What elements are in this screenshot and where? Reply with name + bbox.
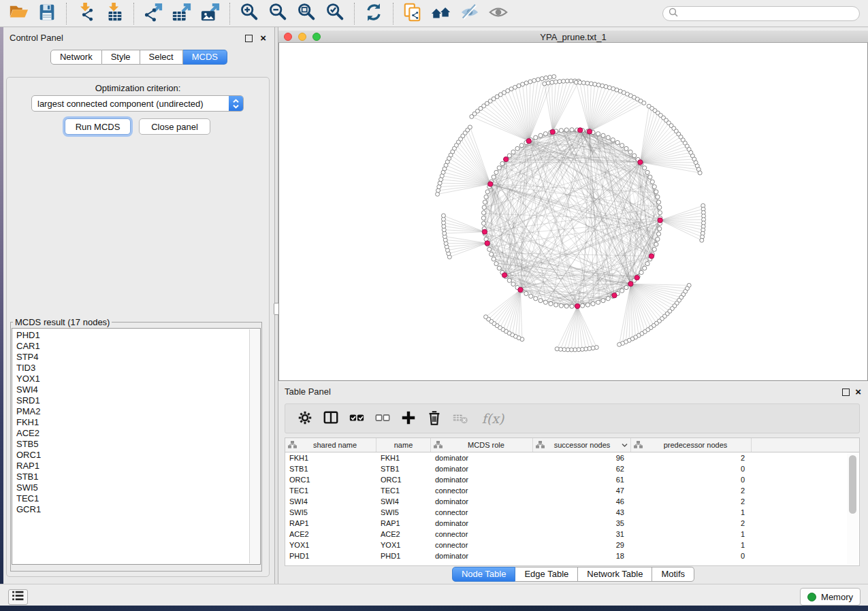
tab-style[interactable]: Style [102,50,140,65]
table-tab-motifs[interactable]: Motifs [652,567,694,582]
cell-predecessor_nodes: 1 [631,529,752,540]
table-row[interactable]: YOX1YOX1connector291 [285,540,859,550]
cell-mcds_role: dominator [431,474,533,485]
table-row[interactable]: SWI4SWI4dominator462 [285,496,859,507]
tab-network[interactable]: Network [50,50,102,65]
mcds-result-node[interactable]: YOX1 [12,374,260,384]
cell-mcds_role: dominator [431,463,533,474]
mcds-result-node[interactable]: STB5 [12,439,260,450]
mcds-result-node[interactable]: ACE2 [12,428,260,439]
table-row[interactable]: TEC1TEC1connector472 [285,485,859,496]
network-graph[interactable] [279,43,867,380]
table-scrollbar[interactable] [847,452,858,565]
zoom-selected-button[interactable] [321,2,349,25]
table-row[interactable]: SWI5SWI5connector431 [285,507,859,518]
close-panel-button[interactable]: Close panel [139,118,210,135]
cell-name: STB1 [376,463,431,474]
column-header-label: name [379,441,428,449]
close-table-panel-icon[interactable]: × [855,388,861,395]
column-settings-icon [297,410,313,428]
zoom-fit-button[interactable] [292,2,321,25]
import-table-button[interactable] [100,2,129,25]
table-scrollbar-thumb[interactable] [849,455,856,514]
close-panel-icon[interactable]: × [260,34,266,42]
tab-select[interactable]: Select [140,50,183,65]
mcds-result-node[interactable]: TID3 [12,363,260,374]
cell-mcds_role: dominator [431,550,533,561]
first-neighbors-icon [431,2,451,24]
duplicate-network-icon [402,2,423,24]
float-table-panel-icon[interactable] [842,389,850,396]
export-image-button[interactable] [196,2,225,25]
table-tab-edge-table[interactable]: Edge Table [515,567,578,582]
zoom-in-button[interactable] [235,2,263,25]
search-input[interactable] [678,8,851,19]
mcds-result-node[interactable]: PHD1 [12,330,260,341]
mcds-result-node[interactable]: FKH1 [12,417,260,428]
column-header-predecessor-nodes[interactable]: predecessor nodes [631,438,752,452]
mcds-result-list[interactable]: PHD1CAR1STP4TID3YOX1SWI4SRD1PMA2FKH1ACE2… [12,330,260,515]
mcds-result-node[interactable]: PMA2 [12,406,260,417]
table-row[interactable]: FKH1FKH1dominator962 [285,452,859,463]
show-panels-button[interactable] [8,589,28,605]
mcds-result-node[interactable]: SWI5 [12,482,260,493]
column-namespace-icon [634,441,643,450]
delete-column-button[interactable] [421,407,447,430]
mcds-result-node[interactable]: GCR1 [12,504,260,515]
table-tab-network-table[interactable]: Network Table [578,567,652,582]
table-tab-node-table[interactable]: Node Table [452,567,516,582]
export-table-button[interactable] [167,2,196,25]
export-table-icon [172,2,192,24]
zoom-out-button[interactable] [263,2,292,25]
first-neighbors-button[interactable] [427,2,455,25]
cell-shared_name: YOX1 [285,540,376,550]
network-view-window: YPA_prune.txt_1 [278,31,868,381]
mcds-result-node[interactable]: STP4 [12,352,260,363]
column-settings-button[interactable] [292,407,318,430]
table-tabs: Node TableEdge TableNetwork TableMotifs [278,567,868,582]
column-header-MCDS-role[interactable]: MCDS role [431,438,533,452]
cell-name: SWI4 [376,496,431,507]
network-view-titlebar[interactable]: YPA_prune.txt_1 [278,31,868,43]
table-row[interactable]: ACE2ACE2connector311 [285,529,859,540]
mcds-result-node[interactable]: CAR1 [12,341,260,352]
open-file-button[interactable] [4,2,33,25]
run-mcds-button[interactable]: Run MCDS [65,118,131,135]
result-list-scrollbar[interactable] [249,329,259,563]
float-panel-icon[interactable] [245,35,253,42]
refresh-button[interactable] [359,2,388,25]
select-all-button[interactable] [344,407,370,430]
import-network-button[interactable] [71,2,100,25]
mcds-result-node[interactable]: TEC1 [12,493,260,504]
table-toolbar: f(x) [285,403,860,433]
column-header-name[interactable]: name [376,438,431,452]
search-field[interactable] [662,6,860,21]
deselect-all-button[interactable] [370,407,396,430]
mcds-result-node[interactable]: STB1 [12,472,260,482]
cell-predecessor_nodes: 1 [631,540,752,550]
cell-shared_name: SWI5 [285,507,376,518]
export-network-button[interactable] [139,2,167,25]
table-row[interactable]: PHD1PHD1dominator180 [285,550,859,561]
hide-selected-button[interactable] [455,2,484,25]
network-canvas[interactable] [278,43,868,381]
cell-predecessor_nodes: 2 [631,518,752,529]
table-row[interactable]: STB1STB1dominator620 [285,463,859,474]
table-row[interactable]: RAP1RAP1dominator352 [285,518,859,529]
column-header-successor-nodes[interactable]: successor nodes [533,438,631,452]
mcds-result-node[interactable]: SRD1 [12,395,260,406]
cell-name: YOX1 [376,540,431,550]
duplicate-network-button[interactable] [398,2,427,25]
memory-button[interactable]: Memory [800,588,861,606]
save-session-button[interactable] [33,2,61,25]
split-panel-button[interactable] [318,407,344,430]
add-column-button[interactable] [396,407,421,430]
mcds-result-node[interactable]: SWI4 [12,384,260,395]
column-header-shared-name[interactable]: shared name [285,438,376,452]
tab-mcds[interactable]: MCDS [183,50,227,65]
show-all-button[interactable] [484,2,513,25]
table-row[interactable]: ORC1ORC1dominator610 [285,474,859,485]
mcds-result-node[interactable]: RAP1 [12,461,260,472]
optimization-criterion-select[interactable]: largest connected component (undirected) [31,95,244,112]
mcds-result-node[interactable]: ORC1 [12,450,260,461]
